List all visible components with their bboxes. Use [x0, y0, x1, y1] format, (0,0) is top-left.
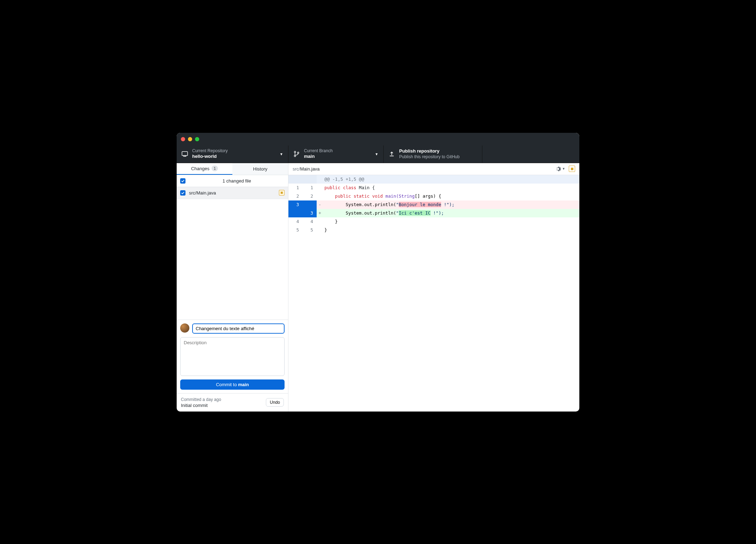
diff-header: src/Main.java ▼ [288, 163, 579, 175]
chevron-down-icon: ▼ [562, 167, 565, 171]
chevron-down-icon: ▼ [375, 152, 378, 156]
select-all-checkbox[interactable] [180, 178, 185, 184]
titlebar [177, 133, 579, 146]
tab-history[interactable]: History [232, 163, 288, 175]
toolbar: Current Repository hello-world ▼ Current… [177, 146, 579, 163]
changes-count-badge: 1 [212, 166, 218, 171]
commit-button-branch: main [238, 382, 249, 387]
publish-title: Publish repository [399, 148, 459, 154]
maximize-window-button[interactable] [195, 137, 199, 141]
avatar [180, 323, 189, 333]
diff-line[interactable]: 44 } [288, 217, 579, 226]
file-checkbox[interactable] [180, 190, 185, 196]
chevron-down-icon: ▼ [280, 152, 283, 156]
commit-description-input[interactable] [180, 337, 285, 376]
modified-icon [279, 190, 285, 196]
diff-line-added[interactable]: 3+ System.out.println("Ici c'est IC !"); [288, 209, 579, 217]
sidebar-tabs: Changes 1 History [177, 163, 288, 175]
last-commit-message: Initial commit [181, 403, 221, 408]
last-commit-row: Committed a day ago Initial commit Undo [177, 393, 288, 412]
tab-changes[interactable]: Changes 1 [177, 163, 232, 175]
branch-label: Current Branch [304, 148, 333, 154]
minimize-window-button[interactable] [188, 137, 192, 141]
repo-selector[interactable]: Current Repository hello-world ▼ [177, 146, 288, 163]
diff-body[interactable]: @@ -1,5 +1,5 @@ 11 public class Main { 2… [288, 175, 579, 234]
repo-value: hello-world [192, 154, 228, 159]
svg-rect-0 [182, 152, 188, 155]
publish-subtitle: Publish this repository to GitHub [399, 154, 459, 160]
repo-icon [182, 151, 188, 157]
branch-value: main [304, 154, 333, 159]
tab-label: History [253, 166, 267, 172]
branch-icon [293, 151, 300, 157]
diff-line[interactable]: 55 } [288, 226, 579, 234]
branch-selector[interactable]: Current Branch main ▼ [288, 146, 384, 163]
svg-point-4 [297, 152, 299, 154]
diff-file-path: src/Main.java [293, 166, 551, 172]
close-window-button[interactable] [181, 137, 185, 141]
commit-button[interactable]: Commit to main [180, 379, 285, 390]
diff-hunk-header: @@ -1,5 +1,5 @@ [288, 175, 579, 184]
svg-point-3 [294, 155, 295, 157]
svg-rect-1 [184, 156, 186, 156]
sidebar: Changes 1 History 1 changed file src/Mai… [177, 163, 288, 412]
undo-button[interactable]: Undo [266, 398, 284, 407]
file-path: src/Main.java [189, 190, 275, 196]
changes-header: 1 changed file [177, 175, 288, 187]
diff-line[interactable]: 22 public static void main(String[] args… [288, 192, 579, 200]
publish-button[interactable]: Publish repository Publish this reposito… [384, 146, 482, 163]
tab-label: Changes [191, 166, 209, 171]
upload-icon [389, 151, 395, 157]
commit-form: Commit to main [177, 320, 288, 393]
diff-line-deleted[interactable]: 3- System.out.println("Bonjour le monde … [288, 200, 579, 209]
svg-point-2 [294, 151, 295, 153]
file-row[interactable]: src/Main.java [177, 187, 288, 199]
repo-label: Current Repository [192, 148, 228, 154]
commit-summary-input[interactable] [192, 323, 285, 334]
diff-line[interactable]: 11 public class Main { [288, 184, 579, 192]
window-controls [181, 137, 199, 141]
diff-settings-button[interactable]: ▼ [555, 166, 565, 172]
changes-header-text: 1 changed file [189, 178, 285, 184]
last-commit-time: Committed a day ago [181, 397, 221, 402]
app-window: Current Repository hello-world ▼ Current… [177, 133, 579, 412]
diff-pane: src/Main.java ▼ @@ -1,5 +1,5 @@ 11 publi… [288, 163, 579, 412]
modified-icon [569, 166, 575, 172]
commit-button-prefix: Commit to [216, 382, 238, 387]
